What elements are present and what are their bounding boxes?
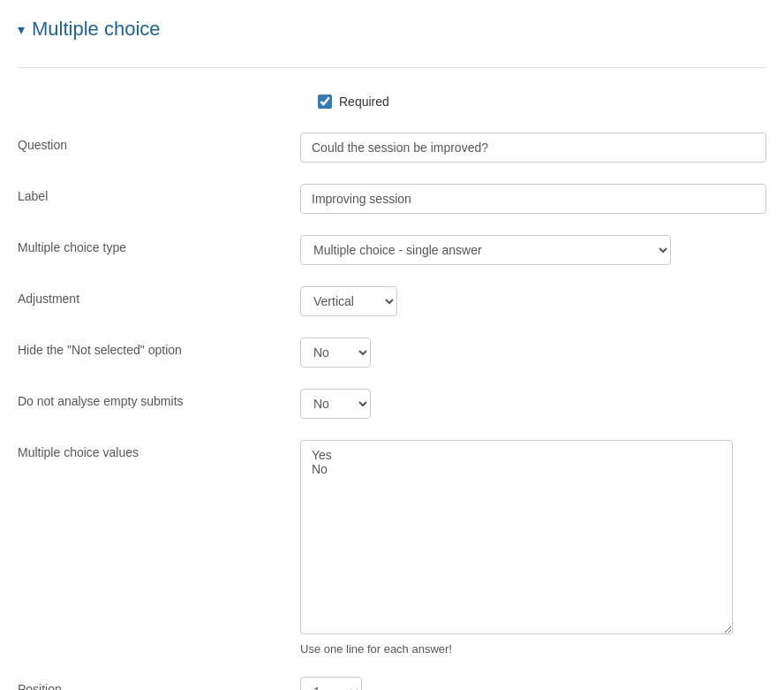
hide-not-selected-control: No Yes — [300, 337, 766, 368]
do-not-analyse-label: Do not analyse empty submits — [18, 389, 300, 408]
required-label: Required — [339, 95, 389, 109]
choice-values-control: Yes No Use one line for each answer! — [300, 440, 766, 656]
choice-type-control: Multiple choice - single answer Multiple… — [300, 235, 766, 265]
question-control — [300, 133, 766, 163]
label-input[interactable] — [300, 184, 766, 214]
hide-not-selected-row: Hide the "Not selected" option No Yes — [18, 327, 766, 378]
label-field-label: Label — [18, 184, 300, 203]
form-layout: Question Label Multiple choice type Mult… — [18, 122, 766, 690]
divider — [18, 67, 766, 68]
adjustment-select[interactable]: Vertical Horizontal — [300, 286, 397, 316]
choice-values-hint: Use one line for each answer! — [300, 642, 766, 656]
question-label: Question — [18, 133, 300, 152]
label-control — [300, 184, 766, 214]
position-control: 1 2 3 4 5 — [300, 677, 766, 690]
adjustment-control: Vertical Horizontal — [300, 286, 766, 316]
chevron-down-icon[interactable]: ▾ — [18, 21, 25, 38]
choice-values-label: Multiple choice values — [18, 440, 300, 459]
choice-type-label: Multiple choice type — [18, 235, 300, 254]
position-row: Position 1 2 3 4 5 — [18, 666, 766, 690]
position-label: Position — [18, 677, 300, 690]
do-not-analyse-select[interactable]: No Yes — [300, 389, 371, 419]
hide-not-selected-label: Hide the "Not selected" option — [18, 337, 300, 357]
position-select[interactable]: 1 2 3 4 5 — [300, 677, 362, 690]
section-header: ▾ Multiple choice — [18, 18, 766, 49]
hide-not-selected-select[interactable]: No Yes — [300, 337, 371, 368]
do-not-analyse-row: Do not analyse empty submits No Yes — [18, 378, 766, 429]
label-row: Label — [18, 173, 766, 224]
page-container: ▾ Multiple choice Required Question Labe… — [18, 18, 766, 690]
choice-values-textarea[interactable]: Yes No — [300, 440, 733, 634]
required-checkbox[interactable] — [318, 95, 332, 109]
choice-type-row: Multiple choice type Multiple choice - s… — [18, 224, 766, 276]
adjustment-label: Adjustment — [18, 286, 300, 306]
question-input[interactable] — [300, 133, 766, 163]
section-title: Multiple choice — [32, 18, 161, 41]
adjustment-row: Adjustment Vertical Horizontal — [18, 276, 766, 327]
required-row: Required — [318, 86, 766, 122]
choice-values-row: Multiple choice values Yes No Use one li… — [18, 429, 766, 666]
question-row: Question — [18, 122, 766, 173]
choice-type-select[interactable]: Multiple choice - single answer Multiple… — [300, 235, 671, 265]
do-not-analyse-control: No Yes — [300, 389, 766, 419]
